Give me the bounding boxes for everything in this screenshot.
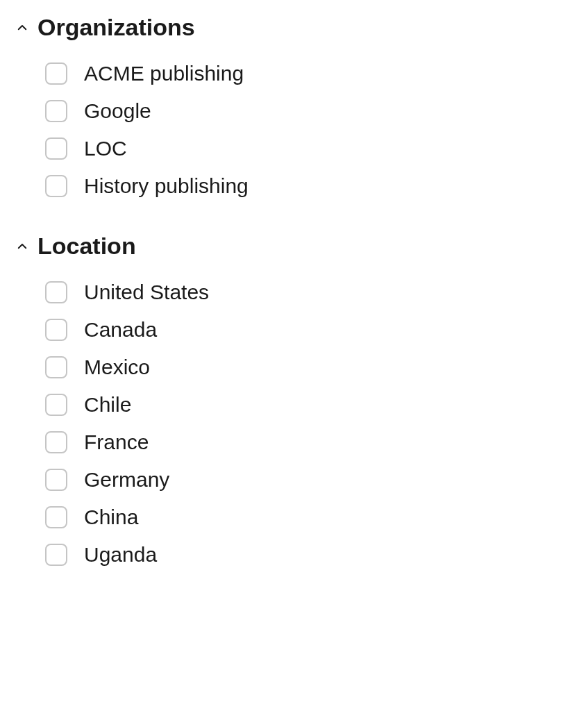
option-label: United States bbox=[84, 281, 209, 304]
filter-option[interactable]: Canada bbox=[45, 318, 574, 342]
filter-option[interactable]: Germany bbox=[45, 468, 574, 492]
option-label: Germany bbox=[84, 468, 169, 492]
filter-option[interactable]: Google bbox=[45, 99, 574, 123]
option-label: Mexico bbox=[84, 356, 150, 379]
filter-options-organizations: ACME publishing Google LOC History publi… bbox=[14, 62, 574, 198]
filter-option[interactable]: United States bbox=[45, 281, 574, 304]
option-label: Uganda bbox=[84, 543, 157, 567]
filter-option[interactable]: Uganda bbox=[45, 543, 574, 567]
option-label: LOC bbox=[84, 137, 127, 160]
option-label: Canada bbox=[84, 318, 157, 342]
filter-title-organizations: Organizations bbox=[37, 14, 195, 41]
checkbox[interactable] bbox=[45, 100, 67, 122]
filter-section-organizations: Organizations ACME publishing Google LOC… bbox=[14, 14, 574, 198]
checkbox[interactable] bbox=[45, 62, 67, 85]
checkbox[interactable] bbox=[45, 506, 67, 528]
checkbox[interactable] bbox=[45, 356, 67, 378]
option-label: China bbox=[84, 505, 138, 529]
option-label: ACME publishing bbox=[84, 62, 244, 85]
filter-option[interactable]: Mexico bbox=[45, 356, 574, 379]
filter-header-organizations[interactable]: Organizations bbox=[14, 14, 574, 41]
checkbox[interactable] bbox=[45, 319, 67, 341]
filter-option[interactable]: Chile bbox=[45, 393, 574, 417]
option-label: France bbox=[84, 430, 149, 454]
option-label: Google bbox=[84, 99, 151, 123]
filter-option[interactable]: LOC bbox=[45, 137, 574, 160]
filter-header-location[interactable]: Location bbox=[14, 233, 574, 260]
filter-option[interactable]: History publishing bbox=[45, 174, 574, 198]
checkbox[interactable] bbox=[45, 544, 67, 566]
option-label: History publishing bbox=[84, 174, 249, 198]
checkbox[interactable] bbox=[45, 175, 67, 197]
checkbox[interactable] bbox=[45, 469, 67, 491]
filter-option[interactable]: China bbox=[45, 505, 574, 529]
filter-title-location: Location bbox=[37, 233, 136, 260]
chevron-up-icon bbox=[14, 19, 31, 36]
filter-section-location: Location United States Canada Mexico Chi… bbox=[14, 233, 574, 567]
checkbox[interactable] bbox=[45, 394, 67, 416]
filter-options-location: United States Canada Mexico Chile France… bbox=[14, 281, 574, 567]
checkbox[interactable] bbox=[45, 431, 67, 453]
chevron-up-icon bbox=[14, 238, 31, 255]
option-label: Chile bbox=[84, 393, 131, 417]
filter-option[interactable]: ACME publishing bbox=[45, 62, 574, 85]
filter-option[interactable]: France bbox=[45, 430, 574, 454]
checkbox[interactable] bbox=[45, 281, 67, 303]
checkbox[interactable] bbox=[45, 137, 67, 160]
